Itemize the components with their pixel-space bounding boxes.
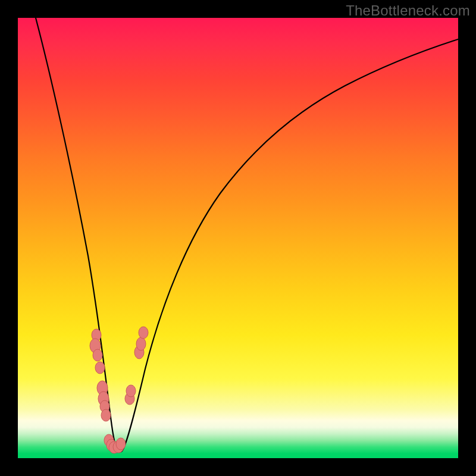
marker-dot <box>136 337 146 350</box>
marker-dot <box>95 362 105 374</box>
marker-dot <box>139 327 148 339</box>
chart-svg <box>18 18 458 458</box>
marker-dot <box>116 438 126 450</box>
watermark-text: TheBottleneck.com <box>346 2 470 19</box>
curve-markers-right <box>125 327 148 405</box>
marker-dot <box>126 385 136 397</box>
marker-dot <box>93 349 102 361</box>
chart-frame: TheBottleneck.com <box>0 0 476 476</box>
marker-dot <box>101 409 111 421</box>
